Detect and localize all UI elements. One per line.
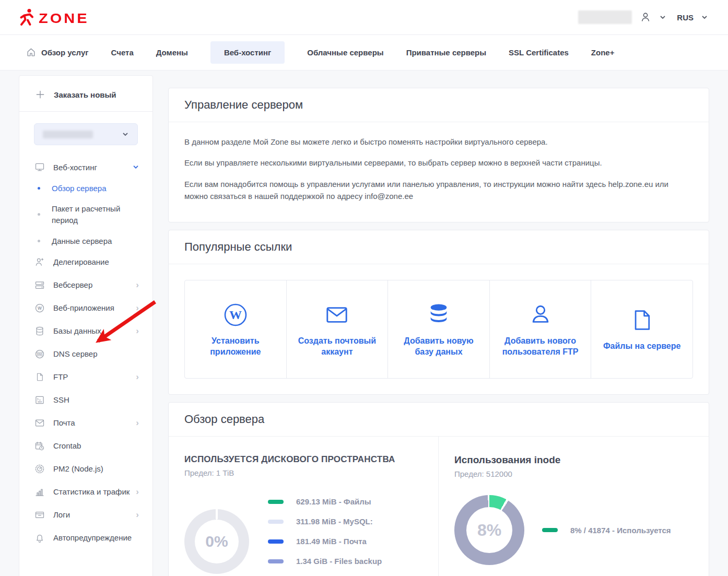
panel-title: Использования inode — [454, 454, 693, 466]
legend-swatch — [268, 500, 284, 504]
language-chevron-icon[interactable] — [701, 14, 708, 21]
inode-usage-donut-chart: 8% — [454, 495, 524, 565]
disk-usage-panel: ИСПОЛЬЗУЕТСЯ ДИСКОВОГО ПРОСТРАНСТВА Пред… — [169, 437, 439, 576]
nav-item-webhosting[interactable]: Веб-хостинг — [210, 41, 285, 64]
tile-create-mail-account[interactable]: Создать почтовый аккаунт — [286, 280, 388, 378]
zone-logo[interactable]: ZONE — [19, 8, 89, 26]
server-overview-card: Обзор сервера ИСПОЛЬЗУЕТСЯ ДИСКОВОГО ПРО… — [168, 402, 709, 576]
sidebar-item-auto-warning[interactable]: Автопредупреждение — [19, 526, 152, 549]
sidebar-item-delegation[interactable]: Делегирование — [19, 251, 152, 274]
sidebar-subitem-server-overview[interactable]: Обзор сервера — [19, 179, 152, 198]
nav-item-zone-plus[interactable]: Zone+ — [591, 48, 615, 57]
user-menu-chevron-icon[interactable] — [659, 14, 666, 21]
envelope-icon — [34, 417, 45, 429]
svg-text:SSH: SSH — [38, 401, 42, 403]
sidebar-item-webserver[interactable]: Вебсервер › — [19, 274, 152, 297]
database-icon — [427, 301, 451, 328]
legend-row: 629.13 MiB - Файлы — [268, 497, 400, 506]
nav-item-services-overview[interactable]: Обзор услуг — [26, 48, 89, 57]
legend-row: 1.34 GiB - Files backup — [268, 557, 400, 566]
envelope-icon — [325, 301, 349, 328]
file-icon — [34, 371, 45, 383]
sidebar-item-webhosting[interactable]: Веб-хостинг — [19, 156, 152, 179]
inode-usage-panel: Использования inode Предел: 512000 8% 8%… — [439, 437, 709, 576]
person-plus-icon — [34, 256, 45, 268]
chevron-right-icon: › — [136, 280, 139, 289]
home-icon — [26, 48, 36, 57]
server-select-dropdown[interactable] — [34, 123, 138, 145]
tile-add-ftp-user[interactable]: Добавить нового пользователя FTP — [489, 280, 591, 378]
bullet-icon — [38, 187, 40, 190]
database-icon — [34, 325, 45, 337]
legend-row: 181.49 MiB - Почта — [268, 537, 400, 546]
card-title: Обзор сервера — [184, 413, 693, 426]
inode-limit: Предел: 512000 — [454, 469, 693, 478]
legend-swatch — [268, 539, 284, 544]
legend-swatch — [268, 520, 284, 524]
file-icon — [630, 307, 653, 334]
bullet-icon — [38, 213, 40, 216]
nav-item-ssl-certificates[interactable]: SSL Certificates — [509, 48, 569, 57]
sidebar-item-stats-traffic[interactable]: Статистика и трафик › — [19, 480, 152, 503]
user-icon[interactable] — [639, 11, 652, 23]
card-title: Популярные ссылки — [184, 240, 693, 254]
card-title: Управление сервером — [184, 98, 693, 112]
sidebar-item-web-apps[interactable]: W Веб-приложения › — [19, 297, 152, 320]
bell-icon — [34, 532, 45, 544]
inode-percent-value: 8% — [454, 495, 524, 565]
legend-row: 8% / 41874 - Используется — [542, 526, 671, 535]
chevron-right-icon: › — [136, 326, 139, 335]
top-header: ZONE RUS — [0, 0, 728, 35]
brand-text: ZONE — [39, 11, 89, 26]
sidebar-divider — [19, 111, 152, 112]
sidebar-item-dns-server[interactable]: DNS DNS сервер — [19, 343, 152, 366]
main-content: Управление сервером В данном разделе Мой… — [168, 88, 709, 576]
sidebar-item-ssh[interactable]: SSH SSH — [19, 389, 152, 412]
sidebar-item-crontab[interactable]: Crontab — [19, 434, 152, 457]
sidebar-item-pm2[interactable]: PM2 (Node.js) — [19, 457, 152, 480]
svg-text:W: W — [38, 305, 42, 310]
calendar-clock-icon — [34, 440, 45, 452]
legend-row: 311.98 MiB - MySQL: — [268, 517, 400, 526]
sidebar-subitem-server-data[interactable]: Данные сервера — [19, 231, 152, 251]
main-nav: Обзор услуг Счета Домены Веб-хостинг Обл… — [0, 35, 728, 70]
server-icon — [34, 279, 45, 291]
nav-item-cloud-servers[interactable]: Облачные серверы — [307, 48, 383, 57]
plus-icon — [35, 89, 45, 100]
language-selector[interactable]: RUS — [677, 13, 694, 22]
account-name-redacted — [578, 10, 632, 24]
gauge-icon — [34, 463, 45, 475]
paragraph: Если вы управляете несколькими виртуальн… — [184, 157, 686, 169]
tile-add-database[interactable]: Добавить новую базу даных — [388, 280, 489, 378]
sidebar-item-ftp[interactable]: FTP › — [19, 366, 152, 389]
sidebar-item-mail[interactable]: Почта › — [19, 412, 152, 434]
dns-globe-icon: DNS — [34, 348, 45, 360]
svg-text:DNS: DNS — [37, 352, 43, 356]
order-new-button[interactable]: Заказать новый — [19, 76, 152, 111]
panel-title: ИСПОЛЬЗУЕТСЯ ДИСКОВОГО ПРОСТРАНСТВА — [184, 454, 422, 465]
nav-item-invoices[interactable]: Счета — [111, 48, 134, 57]
legend-swatch — [542, 528, 558, 532]
nav-item-domains[interactable]: Домены — [156, 48, 188, 57]
running-man-icon — [19, 8, 34, 26]
tile-install-app[interactable]: W Установить приложение — [185, 280, 286, 378]
server-name-redacted — [43, 131, 93, 138]
chevron-right-icon: › — [136, 510, 139, 519]
tile-files-on-server[interactable]: Файлы на сервере — [591, 280, 692, 378]
paragraph: В данном разделе Мой Zone вы можете легк… — [184, 136, 686, 148]
sidebar-item-databases[interactable]: Базы данных › — [19, 320, 152, 343]
chevron-down-icon — [133, 164, 139, 170]
paragraph: Если вам понадобится помощь в управлении… — [184, 178, 686, 203]
server-management-card: Управление сервером В данном разделе Мой… — [168, 88, 709, 222]
bullet-icon — [38, 240, 40, 242]
sidebar-subitem-package-period[interactable]: Пакет и расчетный период — [19, 198, 139, 231]
disk-usage-donut-chart: 0% — [184, 509, 249, 574]
popular-links-card: Популярные ссылки W Установить приложени… — [168, 230, 709, 395]
chevron-right-icon: › — [136, 303, 139, 312]
monitor-icon — [34, 161, 45, 173]
legend-swatch — [268, 559, 284, 563]
sidebar-item-logs[interactable]: Логи › — [19, 503, 152, 526]
log-box-icon — [34, 509, 45, 521]
nav-item-private-servers[interactable]: Приватные серверы — [406, 48, 486, 57]
chevron-right-icon: › — [136, 487, 139, 496]
